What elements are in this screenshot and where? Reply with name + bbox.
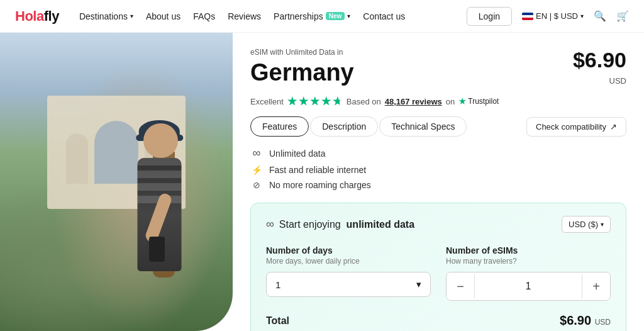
- esims-counter: − 1 +: [446, 272, 611, 301]
- star-1: [287, 96, 297, 106]
- purchase-card: ∞ Start enjoying unlimited data USD ($) …: [250, 203, 626, 331]
- feature-fast-internet: ⚡ Fast and reliable internet: [250, 165, 626, 175]
- search-icon: 🔍: [594, 10, 606, 22]
- total-price: $6.90 USD: [560, 313, 611, 328]
- price-currency: USD: [573, 76, 626, 86]
- cart-icon: 🛒: [616, 10, 629, 22]
- nav-about[interactable]: About us: [146, 11, 180, 21]
- star-rating: [287, 96, 343, 106]
- person-head: [143, 123, 178, 158]
- body-stripe: [138, 171, 182, 178]
- new-badge: New: [326, 12, 345, 20]
- esims-sublabel: How many travelers?: [446, 257, 611, 266]
- nav-right: Login EN | $ USD ▾ 🔍 🛒: [467, 7, 629, 26]
- trustpilot-star-icon: [458, 98, 466, 105]
- price-block: $6.90 USD: [573, 48, 626, 86]
- search-button[interactable]: 🔍: [594, 10, 606, 22]
- chevron-down-icon: ▾: [601, 221, 604, 228]
- esim-label: eSIM with Unlimited Data in: [250, 48, 354, 57]
- bolt-icon: ⚡: [250, 165, 263, 175]
- title-block: eSIM with Unlimited Data in Germany: [250, 48, 354, 91]
- login-button[interactable]: Login: [467, 7, 512, 26]
- feature-unlimited-data: ∞ Unlimited data: [250, 147, 626, 160]
- feature-text-roaming: No more roaming charges: [269, 180, 371, 190]
- nav-contact[interactable]: Contact us: [363, 11, 405, 21]
- total-row: Total $6.90 USD: [266, 313, 611, 328]
- esims-label: Number of eSIMs: [446, 245, 611, 255]
- body-stripe: [138, 183, 182, 191]
- currency-selector[interactable]: USD ($) ▾: [562, 216, 611, 233]
- star-5-half: [333, 96, 343, 106]
- total-currency: USD: [595, 318, 611, 327]
- title-price-row: eSIM with Unlimited Data in Germany $6.9…: [250, 48, 626, 91]
- chevron-down-icon: ▾: [130, 13, 133, 20]
- chevron-down-icon: ▾: [347, 13, 350, 20]
- country-title: Germany: [250, 59, 354, 86]
- product-panel: eSIM with Unlimited Data in Germany $6.9…: [233, 33, 644, 331]
- logo[interactable]: Holafly: [15, 8, 59, 25]
- days-label: Number of days: [266, 245, 431, 255]
- star-3: [310, 96, 320, 106]
- nav-faqs[interactable]: FAQs: [193, 11, 215, 21]
- nav-partnerships[interactable]: Partnerships New ▾: [274, 11, 350, 21]
- feature-no-roaming: ⊘ No more roaming charges: [250, 180, 626, 190]
- review-count-link[interactable]: 48,167 reviews: [385, 97, 442, 106]
- card-title: ∞ Start enjoying unlimited data: [266, 218, 414, 231]
- feature-text-fast: Fast and reliable internet: [269, 165, 366, 175]
- trustpilot-excellent: Excellent: [250, 97, 284, 106]
- tab-features[interactable]: Features: [250, 116, 309, 137]
- days-value: 1: [275, 279, 280, 290]
- phone-device: [149, 237, 165, 262]
- total-label: Total: [266, 315, 289, 327]
- tabs-row: Features Description Technical Specs Che…: [250, 116, 626, 137]
- navbar: Holafly Destinations ▾ About us FAQs Rev…: [0, 0, 644, 33]
- infinity-icon: ∞: [250, 147, 263, 160]
- decrement-esims-button[interactable]: −: [447, 272, 474, 300]
- no-roaming-icon: ⊘: [250, 180, 263, 190]
- tab-description[interactable]: Description: [310, 116, 378, 137]
- esims-selector-group: Number of eSIMs How many travelers? − 1 …: [446, 245, 611, 301]
- arch-left-column: [66, 133, 88, 184]
- external-link-icon: ↗: [610, 122, 617, 132]
- check-compatibility-button[interactable]: Check compatibility ↗: [526, 117, 626, 137]
- dropdown-chevron-icon: ▾: [416, 279, 421, 290]
- main-content: eSIM with Unlimited Data in Germany $6.9…: [0, 33, 644, 331]
- price-amount: $6.90: [573, 48, 626, 72]
- selectors-row: Number of days More days, lower daily pr…: [266, 245, 611, 301]
- based-on-text: Based on: [347, 97, 381, 106]
- hero-image: [0, 33, 233, 331]
- star-4: [321, 96, 331, 106]
- feature-text-unlimited: Unlimited data: [269, 149, 326, 159]
- card-header: ∞ Start enjoying unlimited data USD ($) …: [266, 216, 611, 233]
- flag-icon: [522, 13, 533, 20]
- card-title-text: Start enjoying unlimited data: [279, 219, 414, 230]
- star-2: [299, 96, 309, 106]
- nav-links: Destinations ▾ About us FAQs Reviews Par…: [79, 11, 467, 21]
- body-stripe: [138, 158, 182, 166]
- person-figure: [107, 117, 208, 331]
- tab-technical-specs[interactable]: Technical Specs: [379, 116, 467, 137]
- features-list: ∞ Unlimited data ⚡ Fast and reliable int…: [250, 147, 626, 190]
- increment-esims-button[interactable]: +: [582, 272, 610, 300]
- days-selector-group: Number of days More days, lower daily pr…: [266, 245, 431, 301]
- nav-reviews[interactable]: Reviews: [228, 11, 261, 21]
- days-dropdown[interactable]: 1 ▾: [266, 272, 431, 297]
- language-selector[interactable]: EN | $ USD ▾: [522, 11, 584, 21]
- infinity-card-icon: ∞: [266, 218, 274, 231]
- nav-destinations[interactable]: Destinations ▾: [79, 11, 133, 21]
- check-compat-label: Check compatibility: [536, 122, 606, 132]
- chevron-down-icon: ▾: [580, 13, 584, 20]
- esims-count-value: 1: [474, 274, 582, 298]
- days-sublabel: More days, lower daily price: [266, 257, 431, 266]
- product-tabs: Features Description Technical Specs: [250, 116, 467, 137]
- cart-button[interactable]: 🛒: [616, 10, 629, 22]
- logo-text: Holafly: [15, 8, 59, 24]
- trustpilot-row: Excellent Based on 48,167 reviews on Tru…: [250, 96, 626, 106]
- trustpilot-logo: Trustpilot: [458, 97, 499, 106]
